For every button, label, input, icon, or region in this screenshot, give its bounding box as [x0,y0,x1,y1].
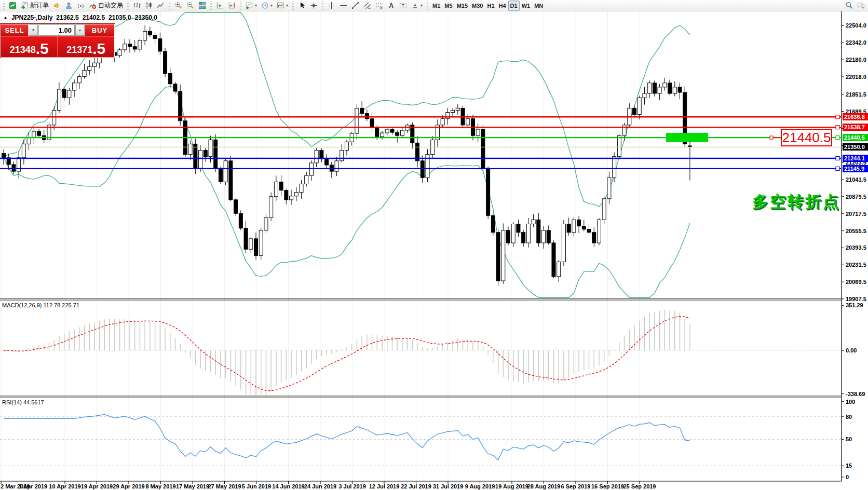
candle [643,93,646,98]
candle [622,125,626,135]
chevron-down-icon: ▾ [421,3,423,8]
candle [269,197,273,218]
highlight-rectangle[interactable] [666,133,708,142]
timeframe-mn[interactable]: MN [532,1,545,11]
line-chart-button[interactable] [155,1,167,11]
timeframe-d1[interactable]: D1 [508,1,520,11]
timeframe-m30[interactable]: M30 [470,1,485,11]
timeframe-m1[interactable]: M1 [430,1,442,11]
one-click-trade-panel: SELL ▼ 1.00 ▲ BUY 21348 .5 21371 .5 [0,23,115,58]
candle [27,138,31,144]
main-toolbar[interactable]: 新订单自动交易▾▾▾EFAT▾M1M5M15M30H1H4D1W1MN [0,0,868,11]
candle [204,151,207,157]
candle [249,239,253,249]
text-icon: A [387,2,395,9]
candle [653,83,656,93]
price-callout-label[interactable]: 21440.5 [781,129,832,146]
buy-button[interactable]: BUY [85,24,114,36]
label-button[interactable]: T [397,1,409,11]
candle [67,90,71,98]
candle [678,87,682,92]
candle [602,199,606,220]
tile-windows-button[interactable] [196,1,208,11]
signals-button[interactable] [75,1,87,11]
chart-shift-icon [228,2,236,9]
trendline-button[interactable] [349,1,361,11]
new-order-button[interactable]: 新订单 [19,1,51,11]
period-button[interactable]: ▾ [259,1,275,11]
candle [476,129,480,135]
toolbar-grip [169,2,170,10]
timeframe-m5[interactable]: M5 [442,1,454,11]
candle [501,230,505,281]
timeframe-w1-label: W1 [522,3,531,9]
candle [370,119,374,128]
candle [209,140,212,156]
community-button[interactable] [63,1,75,11]
candle [400,130,404,135]
alerts-button[interactable] [51,1,63,11]
ohlc-high: 21402.5 [83,14,105,21]
chart-shift-button[interactable] [226,1,238,11]
chevron-down-icon: ▾ [286,3,288,8]
volume-up-button[interactable]: ▲ [75,24,85,36]
candle [219,168,222,182]
candle [168,73,172,84]
zoom-out-button[interactable] [184,1,196,11]
timeframe-h4[interactable]: H4 [497,1,508,11]
search-icon [845,2,853,9]
crosshair-button[interactable] [308,1,320,11]
candle [335,161,338,171]
candle [668,83,672,93]
fibo-button[interactable]: F [373,1,385,11]
app-icon[interactable] [7,1,19,11]
channel-button[interactable]: E [361,1,373,11]
search-button[interactable] [843,1,855,11]
candle [279,182,283,190]
sell-button[interactable]: SELL [1,24,28,36]
toolbar-grip [427,2,428,10]
chinese-annotation-text[interactable]: 多空转折点 [752,191,840,213]
timeframe-h1-label: H1 [487,3,494,9]
candle [73,83,76,90]
candle [52,110,56,125]
new-chart-button[interactable]: ▾ [243,1,259,11]
autotrading-button[interactable]: 自动交易 [87,1,125,11]
auto-scroll-icon [216,2,224,9]
timeframe-h1[interactable]: H1 [485,1,496,11]
candle [381,133,384,137]
template-button[interactable]: ▾ [275,1,290,11]
text-button[interactable]: A [385,1,397,11]
timeframe-w1[interactable]: W1 [520,1,533,11]
zoom-in-button[interactable] [172,1,184,11]
candle [83,70,86,76]
hline-button[interactable] [337,1,349,11]
candles-chart-button[interactable] [143,1,155,11]
vline-button[interactable] [326,1,337,11]
buy-price[interactable]: 21371 .5 [58,36,115,57]
symbol-title: JPN225-,Daily [11,14,52,21]
volume-input[interactable]: 1.00 [38,24,75,36]
timeframe-mn-label: MN [534,3,543,9]
bars-chart-button[interactable] [131,1,143,11]
timeframe-m15[interactable]: M15 [455,1,470,11]
volume-down-button[interactable]: ▼ [29,24,38,36]
sell-price[interactable]: 21348 .5 [1,36,58,57]
candle [562,224,565,262]
collapse-arrow-icon[interactable]: ▲ [3,15,8,20]
new-order-button-label: 新订单 [30,1,49,10]
candle [582,226,586,229]
candle [385,129,389,133]
arrows-button[interactable]: ▾ [409,1,425,11]
chart-canvas[interactable] [0,11,868,490]
cursor-button[interactable] [296,1,308,11]
timeframe-m1-label: M1 [432,3,440,9]
auto-scroll-button[interactable] [214,1,226,11]
candle [92,63,96,66]
candle [57,89,61,111]
buy-price-main: 21371 [66,44,92,56]
candle [542,230,546,243]
chat-button[interactable] [855,1,867,11]
autotrading-icon [89,2,97,9]
chart-window[interactable]: 22504.022342.022180.022018.021851.521689… [0,11,868,490]
